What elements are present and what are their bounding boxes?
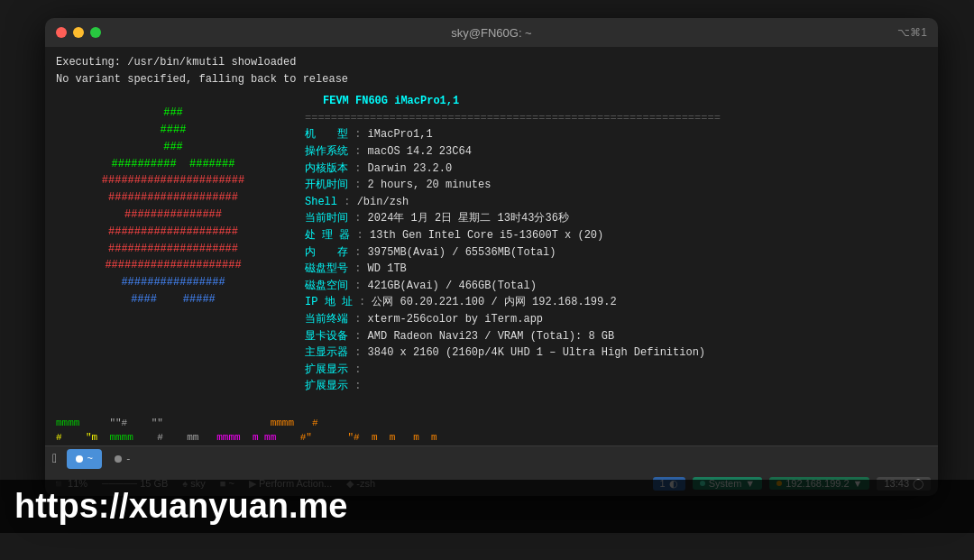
executing-line: Executing: /usr/bin/kmutil showloaded [56, 54, 927, 71]
close-button[interactable] [56, 27, 67, 38]
window-title: sky@FN60G: ~ [451, 26, 531, 40]
sysinfo-row-12: 显卡设备 : AMD Radeon Navi23 / VRAM (Total):… [305, 328, 721, 345]
sysinfo-row-9: 磁盘空间 : 421GB(Avai) / 466GB(Total) [305, 278, 721, 295]
sysinfo-row-14: 扩展显示 : [305, 362, 721, 379]
tab-inactive-dot [115, 455, 122, 463]
ascii-art: ### #### ### ########## ####### ########… [56, 93, 290, 395]
watermark: https://xuanyuan.me [0, 480, 974, 533]
tab-strip:  ~ - [45, 445, 938, 471]
sysinfo-row-0: 机 型 : iMacPro1,1 [305, 126, 721, 143]
keyboard-shortcut: ⌥⌘1 [897, 26, 927, 39]
sysinfo-row-1: 操作系统 : macOS 14.2 23C64 [305, 143, 721, 161]
sysinfo-separator: ========================================… [305, 110, 721, 127]
sysinfo-row-13: 主显示器 : 3840 x 2160 (2160p/4K UHD 1 – Ult… [305, 344, 721, 362]
terminal-content[interactable]: Executing: /usr/bin/kmutil showloaded No… [45, 47, 938, 445]
color-art-section: mmmm ""# "" mmmm # # "m mmmm # mm mmmm m… [56, 413, 927, 445]
sysinfo-row-11: 当前终端 : xterm-256color by iTerm.app [305, 311, 721, 328]
tab-inactive[interactable]: - [106, 449, 141, 469]
terminal-window: sky@FN60G: ~ ⌥⌘1 Executing: /usr/bin/kmu… [45, 18, 938, 496]
sysinfo-row-10: IP 地 址 : 公网 60.20.221.100 / 内网 192.168.1… [305, 294, 721, 311]
tab-inactive-label: - [125, 454, 132, 464]
sysinfo-row-7: 内 存 : 3975MB(Avai) / 65536MB(Total) [305, 244, 721, 262]
sysinfo-row-3: 开机时间 : 2 hours, 20 minutes [305, 177, 721, 194]
sysinfo-row-4: Shell : /bin/zsh [305, 194, 721, 211]
sysinfo-header: FEVM FN60G iMacPro1,1 [323, 93, 721, 110]
sysinfo-panel: FEVM FN60G iMacPro1,1 ==================… [305, 93, 721, 395]
apple-icon:  [52, 452, 60, 466]
minimize-button[interactable] [73, 27, 84, 38]
tab-active-label: ~ [87, 454, 93, 464]
tab-active-dot [76, 455, 83, 463]
sysinfo-row-15: 扩展显示 : [305, 378, 721, 395]
fallback-line: No variant specified, falling back to re… [56, 71, 927, 88]
titlebar: sky@FN60G: ~ ⌥⌘1 [45, 18, 938, 47]
sysinfo-row-8: 磁盘型号 : WD 1TB [305, 261, 721, 278]
tab-active[interactable]: ~ [67, 449, 102, 469]
sysinfo-row-2: 内核版本 : Darwin 23.2.0 [305, 161, 721, 178]
maximize-button[interactable] [90, 27, 101, 38]
traffic-lights [56, 27, 101, 38]
sysinfo-row-5: 当前时间 : 2024年 1月 2日 星期二 13时43分36秒 [305, 210, 721, 227]
sysinfo-row-6: 处 理 器 : 13th Gen Intel Core i5-13600T x … [305, 227, 721, 244]
